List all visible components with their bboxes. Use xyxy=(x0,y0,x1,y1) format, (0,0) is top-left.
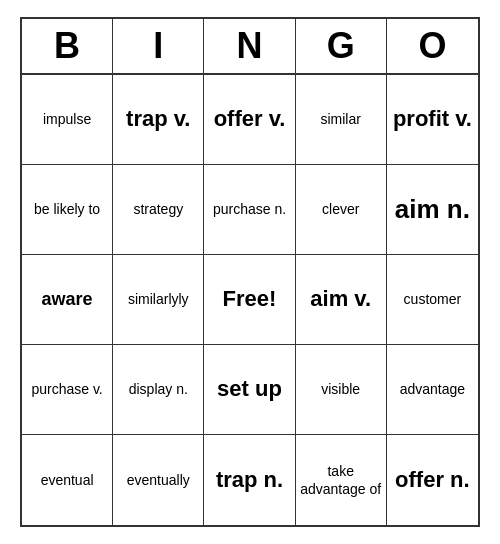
cell-text-19: advantage xyxy=(400,380,465,398)
header-letter-o: O xyxy=(387,19,478,73)
bingo-cell-15: purchase v. xyxy=(22,345,113,435)
cell-text-21: eventually xyxy=(127,471,190,489)
bingo-cell-0: impulse xyxy=(22,75,113,165)
bingo-cell-22: trap n. xyxy=(204,435,295,525)
cell-text-17: set up xyxy=(217,375,282,404)
header-letter-b: B xyxy=(22,19,113,73)
cell-text-24: offer n. xyxy=(395,466,470,495)
cell-text-11: similarlyly xyxy=(128,290,189,308)
bingo-cell-6: strategy xyxy=(113,165,204,255)
header-letter-i: I xyxy=(113,19,204,73)
cell-text-5: be likely to xyxy=(34,200,100,218)
bingo-cell-5: be likely to xyxy=(22,165,113,255)
cell-text-1: trap v. xyxy=(126,105,190,134)
bingo-cell-2: offer v. xyxy=(204,75,295,165)
bingo-cell-19: advantage xyxy=(387,345,478,435)
bingo-cell-13: aim v. xyxy=(296,255,387,345)
header-letter-g: G xyxy=(296,19,387,73)
cell-text-8: clever xyxy=(322,200,359,218)
bingo-cell-14: customer xyxy=(387,255,478,345)
bingo-cell-8: clever xyxy=(296,165,387,255)
cell-text-20: eventual xyxy=(41,471,94,489)
bingo-cell-4: profit v. xyxy=(387,75,478,165)
bingo-cell-12: Free! xyxy=(204,255,295,345)
cell-text-22: trap n. xyxy=(216,466,283,495)
cell-text-9: aim n. xyxy=(395,193,470,227)
cell-text-10: aware xyxy=(42,288,93,311)
bingo-cell-1: trap v. xyxy=(113,75,204,165)
bingo-board: BINGO impulsetrap v.offer v.similarprofi… xyxy=(20,17,480,527)
cell-text-16: display n. xyxy=(129,380,188,398)
bingo-cell-18: visible xyxy=(296,345,387,435)
bingo-cell-21: eventually xyxy=(113,435,204,525)
cell-text-23: take advantage of xyxy=(300,462,382,498)
cell-text-14: customer xyxy=(404,290,462,308)
bingo-cell-20: eventual xyxy=(22,435,113,525)
bingo-cell-10: aware xyxy=(22,255,113,345)
bingo-cell-3: similar xyxy=(296,75,387,165)
bingo-header: BINGO xyxy=(22,19,478,75)
cell-text-15: purchase v. xyxy=(31,380,102,398)
bingo-cell-11: similarlyly xyxy=(113,255,204,345)
bingo-grid: impulsetrap v.offer v.similarprofit v.be… xyxy=(22,75,478,525)
bingo-cell-24: offer n. xyxy=(387,435,478,525)
cell-text-13: aim v. xyxy=(310,285,371,314)
cell-text-6: strategy xyxy=(133,200,183,218)
cell-text-0: impulse xyxy=(43,110,91,128)
bingo-cell-23: take advantage of xyxy=(296,435,387,525)
cell-text-7: purchase n. xyxy=(213,200,286,218)
bingo-cell-7: purchase n. xyxy=(204,165,295,255)
bingo-cell-9: aim n. xyxy=(387,165,478,255)
cell-text-4: profit v. xyxy=(393,105,472,134)
header-letter-n: N xyxy=(204,19,295,73)
cell-text-18: visible xyxy=(321,380,360,398)
bingo-cell-17: set up xyxy=(204,345,295,435)
cell-text-2: offer v. xyxy=(214,105,286,134)
cell-text-3: similar xyxy=(320,110,360,128)
cell-text-12: Free! xyxy=(223,285,277,314)
bingo-cell-16: display n. xyxy=(113,345,204,435)
